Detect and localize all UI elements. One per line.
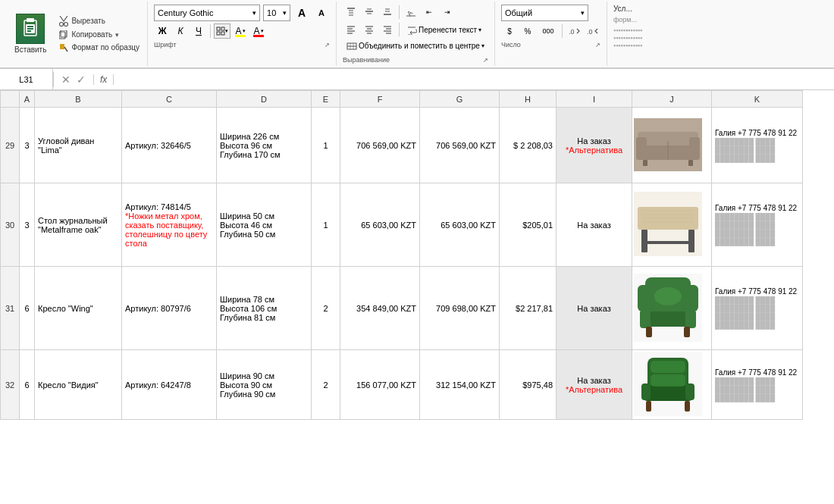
cell-b32[interactable]: Кресло "Видия"	[35, 350, 122, 420]
cell-a31[interactable]: 6	[20, 267, 35, 350]
percent-button[interactable]: %	[519, 23, 536, 39]
cell-c32[interactable]: Артикул: 64247/8	[122, 350, 217, 420]
row-header-31[interactable]: 31	[1, 267, 20, 350]
font-size-selector[interactable]: 10 ▾	[263, 5, 290, 21]
cell-i31[interactable]: На заказ	[557, 267, 632, 350]
font-name-selector[interactable]: Century Gothic ▾	[154, 5, 260, 21]
merge-center-button[interactable]: Объединить и поместить в центре ▾	[343, 39, 488, 52]
cell-f30[interactable]: 65 603,00 KZT	[340, 183, 420, 267]
cell-c29[interactable]: Артикул: 32646/5	[122, 108, 217, 183]
col-header-j[interactable]: J	[632, 91, 712, 108]
conditional-label: Усл...	[613, 5, 662, 13]
cell-k32[interactable]: Галия +7 775 478 91 22 ████████ ████████…	[712, 350, 803, 420]
col-header-f[interactable]: F	[340, 91, 420, 108]
col-header-b[interactable]: B	[35, 91, 122, 108]
text-angle-button[interactable]: A	[403, 5, 419, 20]
thousands-button[interactable]: 000	[538, 23, 559, 39]
cell-g31[interactable]: 709 698,00 KZT	[420, 267, 500, 350]
cell-h32[interactable]: $975,48	[500, 350, 557, 420]
fill-color-button[interactable]: A ▾	[232, 23, 249, 39]
col-header-c[interactable]: C	[122, 91, 217, 108]
cell-j31[interactable]	[632, 267, 712, 350]
cell-reference-box[interactable]: L31	[0, 69, 53, 89]
cell-h30[interactable]: $205,01	[500, 183, 557, 267]
cell-h29[interactable]: $ 2 208,03	[500, 108, 557, 183]
paste-button[interactable]: Вставить	[8, 3, 53, 64]
align-bottom-button[interactable]	[379, 5, 396, 20]
font-group-expand[interactable]: ↗	[325, 42, 330, 49]
cell-f32[interactable]: 156 077,00 KZT	[340, 350, 420, 420]
cell-b31[interactable]: Кресло "Wing"	[35, 267, 122, 350]
cell-e32[interactable]: 2	[312, 350, 340, 420]
font-color-button[interactable]: A ▾	[250, 23, 267, 39]
align-right-button[interactable]	[379, 22, 396, 37]
cell-d29[interactable]: Ширина 226 смВысота 96 смГлубина 170 см	[217, 108, 312, 183]
align-left-button[interactable]	[343, 22, 359, 37]
bold-button[interactable]: Ж	[154, 23, 171, 39]
blurred-text-k32: ████████ ████████████ ████████████ ████	[715, 377, 775, 402]
decrease-decimal-button[interactable]: .0	[584, 23, 600, 39]
cell-k29[interactable]: Галия +7 775 478 91 22 ████████ ████████…	[712, 108, 803, 183]
wrap-text-button[interactable]: Перенести текст ▾	[403, 22, 485, 37]
cell-k30[interactable]: Галия +7 775 478 91 22 ████████ ████████…	[712, 183, 803, 267]
cell-f31[interactable]: 354 849,00 KZT	[340, 267, 420, 350]
col-header-k[interactable]: K	[712, 91, 803, 108]
increase-indent-button[interactable]: ⇥	[439, 5, 456, 20]
svg-rect-51	[636, 137, 647, 160]
row-header-29[interactable]: 29	[1, 108, 20, 183]
cell-e31[interactable]: 2	[312, 267, 340, 350]
cut-button[interactable]: Вырезать	[56, 14, 143, 28]
align-middle-button[interactable]	[361, 5, 378, 20]
copy-button[interactable]: Копировать ▾	[56, 29, 143, 41]
col-header-a[interactable]: A	[20, 91, 35, 108]
number-format-selector[interactable]: Общий ▾	[501, 5, 588, 21]
row-header-30[interactable]: 30	[1, 183, 20, 267]
font-decrease-button[interactable]: A	[313, 5, 330, 21]
cell-e29[interactable]: 1	[312, 108, 340, 183]
cell-a32[interactable]: 6	[20, 350, 35, 420]
currency-button[interactable]: $	[501, 23, 518, 39]
font-increase-button[interactable]: A	[293, 5, 310, 21]
col-header-h[interactable]: H	[500, 91, 557, 108]
cell-d32[interactable]: Ширина 90 смВысота 90 смГлубина 90 см	[217, 350, 312, 420]
format-painter-button[interactable]: Формат по образцу	[56, 42, 143, 54]
cell-h31[interactable]: $2 217,81	[500, 267, 557, 350]
cell-j32[interactable]	[632, 350, 712, 420]
borders-button[interactable]: ▾	[214, 23, 230, 39]
increase-decimal-button[interactable]: .0	[566, 23, 582, 39]
cell-g29[interactable]: 706 569,00 KZT	[420, 108, 500, 183]
cell-c30[interactable]: Артикул: 74814/5 *Ножки метал хром, сказ…	[122, 183, 217, 267]
decrease-indent-button[interactable]: ⇤	[421, 5, 437, 20]
cancel-formula-button[interactable]: ✕	[60, 74, 72, 86]
cell-f29[interactable]: 706 569,00 KZT	[340, 108, 420, 183]
cell-b30[interactable]: Стол журнальный"Metalframe oak"	[35, 183, 122, 267]
italic-button[interactable]: К	[172, 23, 189, 39]
cell-g32[interactable]: 312 154,00 KZT	[420, 350, 500, 420]
col-header-e[interactable]: E	[312, 91, 340, 108]
cell-a29[interactable]: 3	[20, 108, 35, 183]
align-center-button[interactable]	[361, 22, 378, 37]
cell-b29[interactable]: Угловой диван "Lima"	[35, 108, 122, 183]
col-header-d[interactable]: D	[217, 91, 312, 108]
formula-input[interactable]	[114, 75, 834, 84]
cell-g30[interactable]: 65 603,00 KZT	[420, 183, 500, 267]
cell-j29[interactable]	[632, 108, 712, 183]
cell-i29[interactable]: На заказ *Альтернатива	[557, 108, 632, 183]
number-group-expand[interactable]: ↗	[595, 42, 600, 49]
underline-button[interactable]: Ч	[190, 23, 207, 39]
cell-e30[interactable]: 1	[312, 183, 340, 267]
cell-k31[interactable]: Галия +7 775 478 91 22 ████████ ████████…	[712, 267, 803, 350]
align-top-button[interactable]	[343, 5, 359, 20]
row-header-32[interactable]: 32	[1, 350, 20, 420]
confirm-formula-button[interactable]: ✓	[75, 74, 87, 86]
col-header-i[interactable]: I	[557, 91, 632, 108]
cell-d31[interactable]: Ширина 78 смВысота 106 смГлубина 81 см	[217, 267, 312, 350]
cell-c31[interactable]: Артикул: 80797/6	[122, 267, 217, 350]
cell-i32[interactable]: На заказ *Альтернатива	[557, 350, 632, 420]
col-header-g[interactable]: G	[420, 91, 500, 108]
alignment-group-expand[interactable]: ↗	[483, 57, 488, 64]
cell-i30[interactable]: На заказ	[557, 183, 632, 267]
cell-d30[interactable]: Ширина 50 смВысота 46 смГлубина 50 см	[217, 183, 312, 267]
cell-a30[interactable]: 3	[20, 183, 35, 267]
cell-j30[interactable]	[632, 183, 712, 267]
